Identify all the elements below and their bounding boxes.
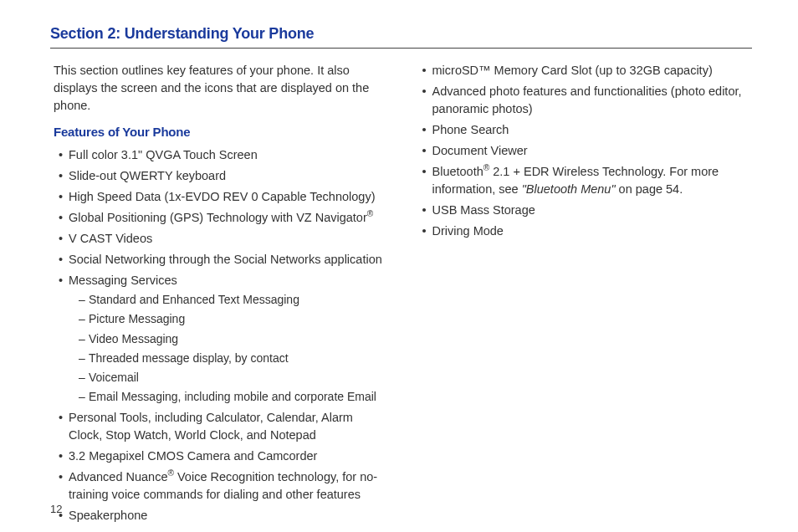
sub-list: Standard and Enhanced Text Messaging Pic… xyxy=(69,291,389,406)
sub-list-item: Video Messaging xyxy=(80,330,389,347)
list-item: Full color 3.1" QVGA Touch Screen xyxy=(62,146,389,164)
list-item: Advanced Nuance® Voice Recognition techn… xyxy=(62,468,389,504)
column-right: microSD™ Memory Card Slot (up to 32GB ca… xyxy=(414,62,753,528)
list-item: microSD™ Memory Card Slot (up to 32GB ca… xyxy=(426,62,753,79)
list-item-text: on page 54. xyxy=(616,182,683,196)
list-item: USB Mass Storage xyxy=(426,202,753,219)
registered-mark: ® xyxy=(168,468,174,478)
list-item-text: Global Positioning (GPS) Technology with… xyxy=(69,211,367,224)
sub-list-item: Picture Messaging xyxy=(80,310,389,327)
list-item: Document Viewer xyxy=(426,142,753,160)
sub-list-item: Threaded message display, by contact xyxy=(80,350,389,366)
intro-text: This section outlines key features of yo… xyxy=(50,62,389,115)
section-title: Section 2: Understanding Your Phone xyxy=(50,25,752,49)
list-item: Social Networking through the Social Net… xyxy=(62,251,389,269)
list-item-text: Bluetooth xyxy=(432,165,483,178)
list-item: Global Positioning (GPS) Technology with… xyxy=(62,209,389,227)
body-columns: This section outlines key features of yo… xyxy=(50,62,752,528)
list-item: Advanced photo features and functionalit… xyxy=(426,83,753,118)
sub-list-item: Voicemail xyxy=(80,369,389,386)
column-left: This section outlines key features of yo… xyxy=(50,62,389,528)
list-item: Personal Tools, including Calculator, Ca… xyxy=(62,409,389,444)
list-item: Driving Mode xyxy=(426,223,753,240)
cross-reference: "Bluetooth Menu" xyxy=(522,182,616,196)
page-number: 12 xyxy=(50,503,62,515)
list-item: Slide-out QWERTY keyboard xyxy=(62,167,389,185)
feature-list-right: microSD™ Memory Card Slot (up to 32GB ca… xyxy=(414,62,753,240)
feature-list-left: Full color 3.1" QVGA Touch Screen Slide-… xyxy=(50,146,389,524)
list-item: Messaging Services Standard and Enhanced… xyxy=(62,272,389,406)
list-item: High Speed Data (1x-EVDO REV 0 Capable T… xyxy=(62,188,389,206)
features-heading: Features of Your Phone xyxy=(50,123,389,141)
list-item: Bluetooth® 2.1 + EDR Wireless Technology… xyxy=(426,163,753,198)
list-item-text: Messaging Services xyxy=(69,274,177,287)
list-item: Speakerphone xyxy=(62,507,389,524)
sub-list-item: Standard and Enhanced Text Messaging xyxy=(80,291,389,308)
sub-list-item: Email Messaging, including mobile and co… xyxy=(80,388,389,405)
list-item: V CAST Videos xyxy=(62,230,389,248)
registered-mark: ® xyxy=(367,209,373,218)
list-item-text: Advanced Nuance xyxy=(69,470,168,483)
list-item: 3.2 Megapixel CMOS Camera and Camcorder xyxy=(62,448,389,465)
list-item: Phone Search xyxy=(426,121,753,139)
